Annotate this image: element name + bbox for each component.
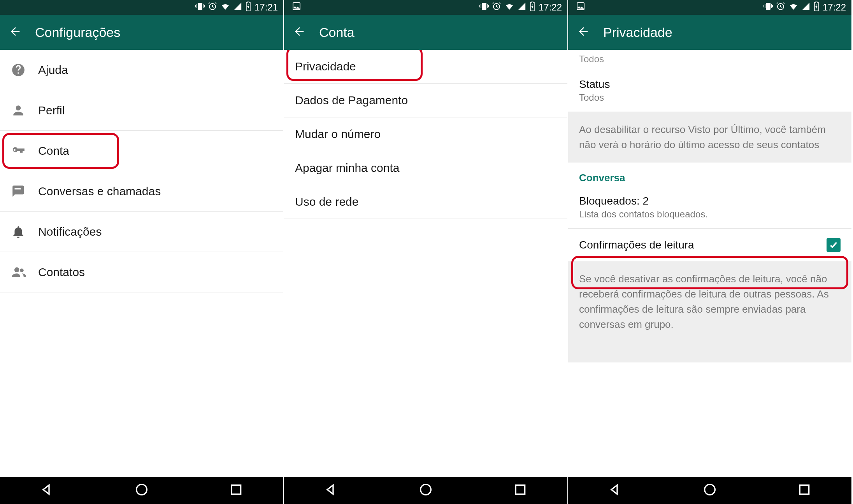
svg-rect-16	[800, 485, 809, 494]
alarm-icon	[208, 2, 217, 13]
read-receipts-label: Confirmações de leitura	[579, 239, 694, 251]
status-bar: 17:22	[284, 0, 567, 15]
image-icon	[292, 2, 301, 13]
blocked-sub: Lista dos contatos bloqueados.	[579, 209, 841, 220]
svg-rect-3	[13, 186, 24, 194]
settings-list: Ajuda Perfil Conta Conversas e chamadas …	[0, 50, 283, 473]
note-read-receipts: Se você desativar as confirmações de lei…	[568, 261, 851, 362]
app-bar-title: Configurações	[35, 25, 120, 40]
status-value: Todos	[579, 92, 841, 103]
nav-recent-icon[interactable]	[797, 482, 812, 499]
vibrate-icon	[195, 2, 205, 13]
screen-privacidade: 17:22 Privacidade Todos Status Todos Ao …	[568, 0, 852, 504]
vibrate-icon	[479, 2, 489, 13]
nav-bar	[0, 473, 283, 504]
note-last-seen: Ao desabilitar o recurso Visto por Últim…	[568, 112, 851, 163]
nav-recent-icon[interactable]	[228, 482, 244, 499]
item-privacidade[interactable]: Privacidade	[284, 50, 567, 84]
app-bar-title: Conta	[319, 25, 355, 40]
back-icon[interactable]	[293, 25, 306, 40]
svg-point-15	[705, 485, 715, 495]
svg-point-6	[20, 268, 24, 272]
bell-icon	[11, 224, 38, 239]
nav-recent-icon[interactable]	[513, 482, 528, 499]
item-status[interactable]: Status Todos	[568, 71, 851, 112]
svg-point-5	[14, 267, 19, 272]
blocked-label: Bloqueados: 2	[579, 195, 841, 207]
item-conversas[interactable]: Conversas e chamadas	[0, 171, 283, 212]
svg-rect-12	[516, 485, 525, 494]
image-icon	[576, 2, 585, 13]
privacy-content: Todos Status Todos Ao desabilitar o recu…	[568, 50, 851, 473]
checkbox-checked-icon[interactable]	[827, 238, 841, 252]
section-conversa: Conversa	[568, 163, 851, 188]
item-bloqueados[interactable]: Bloqueados: 2 Lista dos contatos bloquea…	[568, 188, 851, 229]
app-bar-title: Privacidade	[603, 25, 672, 40]
clock-text: 17:22	[539, 2, 562, 13]
app-bar: Privacidade	[568, 15, 851, 50]
battery-icon	[813, 2, 820, 13]
status-bar: 17:22	[568, 0, 851, 15]
key-icon	[11, 144, 38, 158]
chat-icon	[11, 184, 38, 199]
nav-bar	[284, 473, 567, 504]
item-label: Conta	[38, 144, 69, 158]
svg-point-7	[137, 485, 147, 495]
nav-home-icon[interactable]	[702, 482, 718, 499]
back-icon[interactable]	[577, 25, 590, 40]
item-label: Contatos	[38, 266, 85, 279]
signal-icon	[518, 2, 526, 13]
svg-rect-8	[232, 485, 240, 494]
screen-conta: 17:22 Conta Privacidade Dados de Pagamen…	[284, 0, 568, 504]
nav-home-icon[interactable]	[134, 482, 149, 499]
svg-point-2	[16, 105, 21, 110]
item-mudar-numero[interactable]: Mudar o número	[284, 117, 567, 151]
wifi-icon	[788, 2, 799, 13]
wifi-icon	[504, 2, 514, 13]
status-bar: 17:21	[0, 0, 283, 15]
svg-rect-4	[15, 188, 21, 189]
back-icon[interactable]	[9, 25, 22, 40]
account-list: Privacidade Dados de Pagamento Mudar o n…	[284, 50, 567, 473]
item-conta[interactable]: Conta	[0, 131, 283, 171]
item-confirmacoes-leitura[interactable]: Confirmações de leitura	[568, 229, 851, 261]
item-contatos[interactable]: Contatos	[0, 252, 283, 292]
item-apagar-conta[interactable]: Apagar minha conta	[284, 151, 567, 185]
app-bar: Configurações	[0, 15, 283, 50]
clock-text: 17:21	[254, 2, 278, 13]
item-label: Notificações	[38, 225, 102, 238]
wifi-icon	[220, 2, 230, 13]
clock-text: 17:22	[823, 2, 846, 13]
contacts-icon	[11, 265, 38, 280]
alarm-icon	[492, 2, 501, 13]
status-label: Status	[579, 78, 841, 91]
item-pagamento[interactable]: Dados de Pagamento	[284, 84, 567, 117]
nav-bar	[568, 473, 851, 504]
battery-icon	[245, 2, 251, 13]
item-label: Conversas e chamadas	[38, 185, 161, 198]
signal-icon	[233, 2, 242, 13]
battery-icon	[529, 2, 535, 13]
screen-configuracoes: 17:21 Configurações Ajuda Perfil Conta C…	[0, 0, 284, 504]
item-ajuda[interactable]: Ajuda	[0, 50, 283, 90]
prev-item-value: Todos	[568, 50, 851, 71]
vibrate-icon	[763, 2, 773, 13]
item-label: Ajuda	[38, 63, 68, 77]
app-bar: Conta	[284, 15, 567, 50]
item-perfil[interactable]: Perfil	[0, 90, 283, 131]
nav-home-icon[interactable]	[418, 482, 434, 499]
nav-back-icon[interactable]	[607, 482, 623, 499]
alarm-icon	[776, 2, 785, 13]
item-label: Perfil	[38, 104, 65, 117]
item-notificacoes[interactable]: Notificações	[0, 212, 283, 252]
signal-icon	[802, 2, 810, 13]
help-icon	[11, 63, 38, 77]
person-icon	[11, 103, 38, 118]
nav-back-icon[interactable]	[39, 482, 55, 499]
item-uso-rede[interactable]: Uso de rede	[284, 185, 567, 219]
nav-back-icon[interactable]	[323, 482, 339, 499]
svg-point-11	[421, 485, 431, 495]
